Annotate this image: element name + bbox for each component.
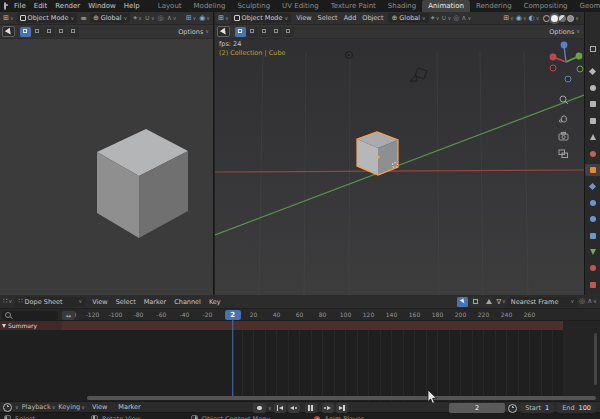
navigation-gizmo[interactable] (550, 42, 583, 82)
viewport-menu-item[interactable]: View (293, 14, 314, 22)
tab-constraints[interactable] (585, 229, 600, 241)
only-errors-toggle[interactable] (483, 297, 494, 307)
select-mode-invert[interactable] (271, 27, 282, 37)
end-frame-field[interactable]: End100 (557, 403, 596, 413)
workspace-tab[interactable]: Geometry Nodes (574, 0, 600, 12)
tab-render[interactable] (585, 82, 600, 94)
select-mode-invert[interactable] (56, 27, 67, 37)
timeline-ruler[interactable]: -140-120-100-80-60-40-202040608010012014… (0, 309, 600, 321)
workspace-tab[interactable]: Shading (382, 0, 422, 12)
snap-toggle[interactable] (441, 15, 451, 22)
xray-toggle[interactable] (529, 15, 540, 22)
tab-object[interactable] (585, 164, 600, 176)
blender-logo-icon[interactable] (4, 2, 6, 10)
camera-view-button[interactable] (559, 132, 568, 140)
topbar-menu-item[interactable]: Window (84, 2, 120, 10)
falloff-dropdown[interactable] (587, 298, 597, 305)
timeline-editor-icon[interactable] (3, 403, 12, 412)
ortho-toggle-button[interactable] (559, 150, 568, 158)
options-dropdown[interactable]: Options (178, 28, 211, 36)
select-mode-intersect[interactable] (68, 27, 79, 37)
mode-dropdown[interactable]: Object Mode (231, 13, 292, 23)
summary-channel-row[interactable]: Summary (0, 321, 600, 330)
dope-sheet-menu-item[interactable]: Key (205, 298, 225, 306)
light-object[interactable] (346, 52, 353, 59)
tab-physics[interactable] (585, 213, 600, 225)
tab-object-data[interactable] (585, 246, 600, 258)
next-keyframe-button[interactable] (322, 403, 334, 413)
proportional-edit-toggle[interactable] (158, 15, 164, 22)
select-mode-extend[interactable] (247, 27, 258, 37)
active-tool-select-box[interactable] (2, 26, 15, 37)
channel-search-input[interactable] (2, 311, 58, 320)
gizmo-y-neg[interactable] (577, 66, 583, 72)
dope-sheet-menu-item[interactable]: View (88, 298, 111, 306)
tab-modifiers[interactable] (585, 180, 600, 192)
select-mode-set[interactable] (235, 27, 246, 37)
tab-view-layer[interactable] (585, 115, 600, 127)
previous-keyframe-button[interactable] (288, 403, 300, 413)
gizmo-z-neg[interactable] (565, 76, 571, 82)
proportional-edit-toggle[interactable] (579, 298, 585, 305)
select-mode-subtract[interactable] (259, 27, 270, 37)
workspace-tab[interactable]: Animation (422, 0, 470, 12)
summary-keyframe-band[interactable] (62, 321, 563, 330)
shading-wireframe-button[interactable] (543, 15, 550, 22)
move-view-button[interactable] (559, 116, 566, 122)
viewport-menu-item[interactable]: Add (341, 14, 360, 22)
dope-sheet-menu-item[interactable]: Channel (170, 298, 205, 306)
workspace-tab[interactable]: Rendering (470, 0, 518, 12)
workspace-tab[interactable]: Compositing (518, 0, 574, 12)
select-mode-set[interactable] (20, 27, 31, 37)
topbar-menu-item[interactable]: Help (120, 2, 144, 10)
filter-dropdown[interactable] (496, 298, 505, 306)
dopesheet-grid[interactable] (0, 330, 600, 401)
pivot-dropdown[interactable] (133, 15, 142, 22)
camera-view-canvas[interactable] (0, 37, 214, 295)
show-overlays-dropdown[interactable] (199, 15, 210, 22)
pivot-dropdown[interactable] (431, 15, 440, 22)
viewport-left[interactable]: Object Mode Global (0, 12, 214, 295)
keying-menu[interactable]: Keying (58, 403, 85, 411)
tab-output[interactable] (585, 98, 600, 110)
start-frame-field[interactable]: Start1 (520, 403, 554, 413)
timeline-view-menu[interactable]: View (88, 403, 111, 411)
gizmo-z-axis[interactable] (561, 42, 568, 49)
topbar-menu-item[interactable]: Edit (30, 2, 52, 10)
pause-button[interactable] (305, 403, 317, 413)
summary-channel-header[interactable]: Summary (0, 321, 62, 330)
workspace-tab[interactable]: Modeling (188, 0, 232, 12)
expand-channels-button[interactable] (62, 311, 75, 320)
jump-to-end-button[interactable] (336, 403, 348, 413)
topbar-menu-item[interactable]: File (10, 2, 30, 10)
dope-sheet-mode-dropdown[interactable]: ∷ Dope Sheet (15, 297, 85, 307)
viewport-right[interactable]: Object Mode ViewSelectAddObject Global (215, 12, 584, 295)
topbar-menu-item[interactable]: Render (51, 2, 84, 10)
dope-sheet-menu-item[interactable]: Select (112, 298, 140, 306)
shading-rendered-button[interactable] (567, 15, 574, 22)
perspective-view-canvas[interactable] (215, 37, 584, 295)
vertical-scrollbar[interactable] (594, 333, 597, 385)
camera-object[interactable] (410, 68, 427, 81)
falloff-dropdown[interactable] (167, 15, 177, 22)
gizmo-x-neg[interactable] (550, 65, 556, 71)
tab-scene[interactable] (585, 131, 600, 143)
dope-sheet[interactable]: ∷ ∷ Dope Sheet ViewSelectMarkerChannelKe… (0, 295, 600, 401)
active-tool-select-box[interactable] (217, 26, 230, 37)
auto-keying-button[interactable] (253, 403, 266, 413)
gizmo-y-axis[interactable] (576, 53, 583, 60)
preview-range-icon[interactable] (508, 404, 517, 413)
select-mode-subtract[interactable] (44, 27, 55, 37)
options-dropdown[interactable]: Options (549, 28, 582, 36)
timeline-marker-menu[interactable]: Marker (114, 403, 144, 411)
show-gizmo-dropdown[interactable] (186, 15, 197, 22)
orientation-dropdown[interactable]: Global (388, 13, 428, 23)
horizontal-scrollbar[interactable] (87, 396, 596, 400)
orientation-dropdown[interactable]: Global (90, 13, 130, 23)
workspace-tab[interactable]: Sculpting (231, 0, 276, 12)
only-selected-toggle[interactable] (457, 297, 468, 307)
cube-object[interactable] (357, 132, 398, 175)
select-mode-extend[interactable] (32, 27, 43, 37)
editor-type-button[interactable]: ∷ (3, 298, 12, 305)
shading-solid-button[interactable] (551, 15, 558, 22)
